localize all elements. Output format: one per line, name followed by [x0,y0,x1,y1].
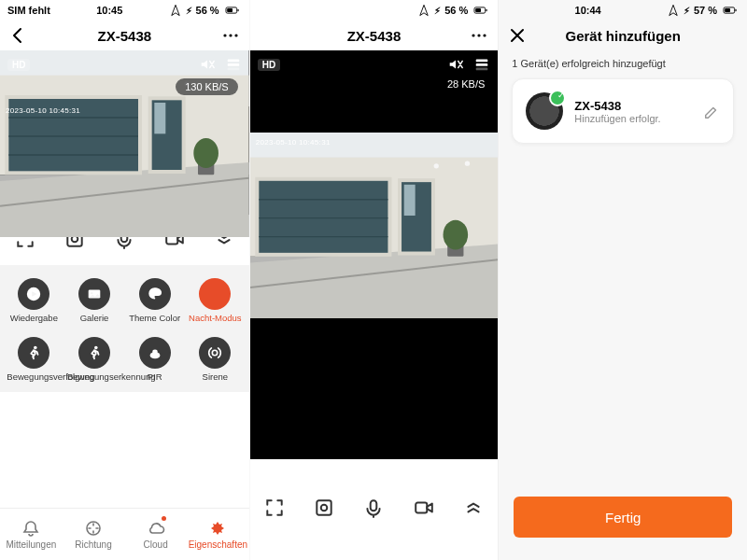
bell-icon [21,519,40,538]
done-button-label: Fertig [605,510,641,525]
letterbox-top: HD 28 KB/S [250,50,499,133]
hd-badge[interactable]: HD [7,59,30,71]
location-icon [169,4,182,17]
feature-night-label: Nacht-Modus [189,314,242,324]
phone-screen-2: . 10:45 ⚡︎ 56 % ZX-5438 HD 28 KB/S 2023-… [249,0,499,560]
feature-theme[interactable]: Theme Color [124,278,185,324]
nav-bar: Gerät hinzufügen [499,21,747,50]
tab-direction-label: Richtung [75,539,111,550]
channel-list-icon[interactable] [225,56,242,73]
osd-timestamp: 2023-05-10 10:45:31 [6,106,80,115]
tab-direction[interactable]: Richtung [63,509,125,560]
battery-label: 57 % [694,5,717,16]
done-button[interactable]: Fertig [514,497,732,538]
more-icon[interactable] [221,26,240,45]
feature-playback-label: Wiedergabe [10,314,58,324]
battery-label: 56 % [444,5,468,16]
feature-siren[interactable]: Sirene [185,337,246,383]
play-icon [25,286,42,302]
location-icon [417,4,430,17]
tab-cloud-dot [162,516,166,521]
cloud-icon [147,519,165,538]
mute-icon[interactable] [447,56,464,73]
page-title: ZX-5438 [278,28,471,44]
feature-night-mode[interactable]: Nacht-Modus [185,278,246,324]
letterbox-bottom [250,347,499,459]
battery-icon [223,4,242,17]
fullscreen-icon [264,497,285,518]
feature-gallery[interactable]: Galerie [64,278,125,324]
fullscreen-button[interactable] [263,497,286,521]
device-card[interactable]: ✓ ZX-5438 Hinzufügen erfolgr. [512,78,734,144]
tab-properties[interactable]: Eigenschaften [187,509,249,560]
page-title: ZX-5438 [28,28,221,44]
location-icon [667,4,680,17]
battery-label: 56 % [196,5,219,16]
status-right: ⚡︎ 57 % [667,4,740,17]
snapshot-icon [314,497,334,518]
carrier-label: SIM fehlt [7,5,50,16]
clock-label: 10:44 [575,5,601,16]
osd-timestamp: 2023-05-10 10:45:31 [256,138,331,147]
feature-gallery-label: Galerie [80,314,109,324]
expand-icon [463,497,484,518]
nav-bar: ZX-5438 [0,21,249,50]
device-name: ZX-5438 [574,99,692,113]
feature-panel: Wiedergabe Galerie Theme Color Nacht-Mod… [0,265,249,392]
pir-icon [147,344,163,361]
phone-screen-1: SIM fehlt 10:45 ⚡︎ 56 % ZX-5438 HD 130 K… [0,0,249,560]
toolbar [250,483,499,534]
motion-track-icon [25,344,42,361]
gallery-icon [86,286,103,302]
clock-label: 10:45 [96,5,122,16]
tab-notifications-label: Mitteilungen [6,539,56,550]
feature-motion-detection[interactable]: Bewegungserkennung [64,337,125,383]
feature-track-label: Bewegungsverfolgung [7,372,61,383]
check-icon: ✓ [557,91,565,100]
siren-icon [206,344,223,361]
camera-live-view[interactable]: HD 130 KB/S 2023-05-10 10:45:31 [0,50,249,215]
feature-pir[interactable]: PIR [124,337,185,383]
tab-properties-label: Eigenschaften [189,539,247,550]
expand-panel-button[interactable] [462,497,485,521]
more-icon[interactable] [470,26,488,45]
feature-detect-label: Bewegungserkennung [67,372,121,383]
phone-screen-3: . 10:44 ⚡︎ 57 % Gerät hinzufügen 1 Gerät… [498,0,747,560]
mic-icon [363,497,384,518]
device-subtitle: Hinzufügen erfolgr. [574,113,692,124]
dpad-icon [84,519,103,538]
hd-badge[interactable]: HD [258,59,280,71]
status-bar: SIM fehlt 10:45 ⚡︎ 56 % [0,0,249,21]
status-bar: . 10:44 ⚡︎ 57 % [499,0,747,21]
device-thumb: ✓ [526,92,563,130]
feature-pir-label: PIR [148,372,162,383]
record-icon [414,497,434,518]
palette-icon [147,286,163,302]
camera-live-view[interactable]: 2023-05-10 10:45:31 [250,133,499,347]
snapshot-button[interactable] [313,497,335,521]
bitrate-pill: 130 KB/S [176,78,237,95]
status-bar: . 10:45 ⚡︎ 56 % [250,0,499,21]
back-icon[interactable] [9,26,28,45]
mute-icon[interactable] [199,56,216,73]
nav-bar: ZX-5438 [250,21,499,50]
tab-notifications[interactable]: Mitteilungen [0,509,63,560]
tab-cloud-label: Cloud [144,539,168,550]
feature-playback[interactable]: Wiedergabe [4,278,64,324]
feature-siren-label: Sirene [203,372,228,383]
record-button[interactable] [413,497,435,521]
success-message: 1 Gerät(e) erfolgreich hinzugefügt [512,58,734,69]
close-icon[interactable] [508,26,527,45]
channel-list-icon[interactable] [473,56,490,73]
bitrate-text: 28 KB/S [447,78,485,90]
status-right: ⚡︎ 56 % [169,4,242,17]
feature-theme-label: Theme Color [129,314,180,324]
feature-motion-tracking[interactable]: Bewegungsverfolgung [4,337,64,383]
pencil-icon[interactable] [703,103,720,119]
battery-icon [472,4,490,17]
status-right: ⚡︎ 56 % [417,4,490,17]
moon-icon [207,287,222,301]
tab-bar: Mitteilungen Richtung Cloud Eigenschafte… [0,508,249,560]
mic-button[interactable] [362,497,385,521]
tab-cloud[interactable]: Cloud [124,509,187,560]
